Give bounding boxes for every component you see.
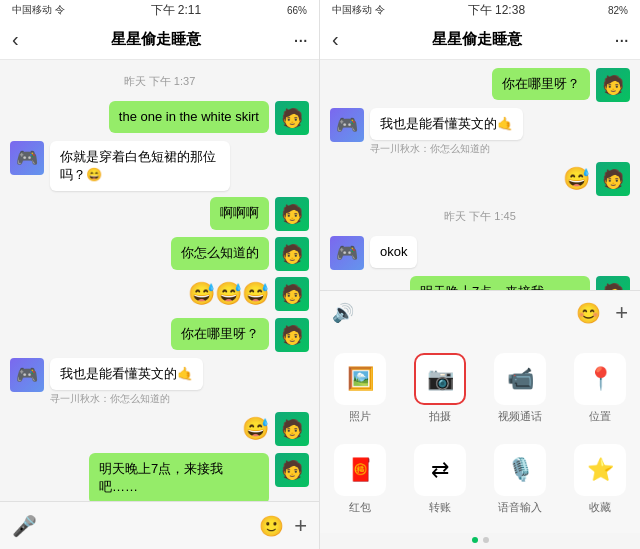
message-row: 🧑 😅 [10,412,309,447]
right-action-bar: 🔊 😊 + [320,290,640,335]
right-panel: 中国移动 令 下午 12:38 82% ‹ 星星偷走睡意 ··· 🧑 你在哪里呀… [320,0,640,549]
shortcut-hongbao-label: 红包 [349,500,371,515]
shortcut-hongbao-icon-box: 🧧 [334,444,386,496]
dot-1 [472,537,478,543]
right-back-button[interactable]: ‹ [332,28,339,51]
message-bubble: 明天晚上7点，来接我吧…… [89,453,269,501]
left-carrier: 中国移动 令 [12,3,65,17]
avatar: 🧑 [275,453,309,487]
message-row: 🧑 😅😅😅 [10,277,309,312]
left-bottom-toolbar: 🎤 🙂 + [0,501,319,549]
avatar: 🧑 [275,412,309,446]
shortcut-camera-icon-box: 📷 [414,353,466,405]
shortcut-photo-label: 照片 [349,409,371,424]
right-battery: 82% [608,5,628,16]
message-bubble: 你在哪里呀？ [492,68,590,100]
right-voice-button[interactable]: 🔊 [332,302,354,324]
message-bubble: 😅 [563,162,590,197]
shortcut-camera-label: 拍摄 [429,409,451,424]
shortcut-video-call-icon-box: 📹 [494,353,546,405]
message-quote: 寻一川秋水：你怎么知道的 [50,392,203,406]
left-back-button[interactable]: ‹ [12,28,19,51]
message-row: 我也是能看懂英文的🤙 寻一川秋水：你怎么知道的 [330,108,630,156]
message-row: 🧑 明天晚上7点，来接我吧…… [330,276,630,290]
shortcut-photo[interactable]: 🖼️ 照片 [320,343,400,434]
voice-button[interactable]: 🎤 [12,514,37,538]
shortcut-location-label: 位置 [589,409,611,424]
shortcut-favorites[interactable]: ⭐ 收藏 [560,434,640,525]
avatar: 🧑 [275,101,309,135]
shortcut-voice-input-label: 语音输入 [498,500,542,515]
avatar: 🧑 [596,276,630,290]
message-row: 🧑 你在哪里呀？ [10,318,309,352]
shortcut-location-icon-box: 📍 [574,353,626,405]
shortcut-voice-input[interactable]: 🎙️ 语音输入 [480,434,560,525]
right-carrier: 中国移动 令 [332,3,385,17]
message-row: 🧑 😅 [330,162,630,197]
action-bar-icons: 😊 + [576,300,628,326]
message-bubble: 啊啊啊 [210,197,269,229]
shortcut-video-call[interactable]: 📹 视频通话 [480,343,560,434]
message-row: 🧑 啊啊啊 [10,197,309,231]
message-bubble: 你在哪里呀？ [171,318,269,350]
avatar [330,236,364,270]
avatar: 🧑 [275,237,309,271]
timestamp-2: 昨天 下午 1:45 [330,209,630,224]
shortcut-transfer-label: 转账 [429,500,451,515]
right-time: 下午 12:38 [468,2,525,19]
right-status-bar: 中国移动 令 下午 12:38 82% [320,0,640,20]
shortcut-location[interactable]: 📍 位置 [560,343,640,434]
left-time: 下午 2:11 [151,2,202,19]
avatar: 🧑 [275,318,309,352]
message-bubble: 😅 [242,412,269,447]
shortcut-voice-input-icon-box: 🎙️ [494,444,546,496]
left-battery: 66% [287,5,307,16]
add-button[interactable]: + [294,513,307,539]
left-chat-title: 星星偷走睡意 [111,30,201,49]
avatar: 🧑 [596,162,630,196]
message-quote: 寻一川秋水：你怎么知道的 [370,142,523,156]
message-row: 你就是穿着白色短裙的那位吗？😄 [10,141,309,191]
shortcut-transfer[interactable]: ⇄ 转账 [400,434,480,525]
message-bubble: 明天晚上7点，来接我吧…… [410,276,590,290]
shortcut-hongbao[interactable]: 🧧 红包 [320,434,400,525]
avatar: 🧑 [275,277,309,311]
left-status-bar: 中国移动 令 下午 2:11 66% [0,0,319,20]
message-row: 🧑 你在哪里呀？ [330,68,630,102]
message-row: 我也是能看懂英文的🤙 寻一川秋水：你怎么知道的 [10,358,309,406]
right-add-button[interactable]: + [615,300,628,326]
avatar: 🧑 [275,197,309,231]
page-dots [320,533,640,549]
right-chat-title: 星星偷走睡意 [432,30,522,49]
dot-2 [483,537,489,543]
shortcut-camera[interactable]: 📷 拍摄 [400,343,480,434]
message-bubble: the one in the white skirt [109,101,269,133]
shortcut-transfer-icon-box: ⇄ [414,444,466,496]
message-bubble: 我也是能看懂英文的🤙 [50,358,203,390]
shortcut-grid: 🖼️ 照片 📷 拍摄 📹 视频通话 📍 位置 🧧 红包 ⇄ 转账 🎙️ 语音输入 [320,335,640,533]
message-bubble: okok [370,236,417,268]
left-nav-bar: ‹ 星星偷走睡意 ··· [0,20,319,60]
right-emoji-button[interactable]: 😊 [576,301,601,325]
shortcut-video-call-label: 视频通话 [498,409,542,424]
message-bubble: 😅😅😅 [188,277,269,312]
left-more-button[interactable]: ··· [293,28,307,51]
avatar: 🧑 [596,68,630,102]
avatar [330,108,364,142]
message-row: 🧑 明天晚上7点，来接我吧…… [10,453,309,501]
right-more-button[interactable]: ··· [614,28,628,51]
emoji-button[interactable]: 🙂 [259,514,284,538]
right-nav-bar: ‹ 星星偷走睡意 ··· [320,20,640,60]
shortcut-photo-icon-box: 🖼️ [334,353,386,405]
message-bubble: 你怎么知道的 [171,237,269,269]
avatar [10,358,44,392]
timestamp-1: 昨天 下午 1:37 [10,74,309,89]
message-bubble: 我也是能看懂英文的🤙 [370,108,523,140]
avatar [10,141,44,175]
left-panel: 中国移动 令 下午 2:11 66% ‹ 星星偷走睡意 ··· 昨天 下午 1:… [0,0,320,549]
left-chat-area: 昨天 下午 1:37 🧑 the one in the white skirt … [0,60,319,501]
shortcut-favorites-icon-box: ⭐ [574,444,626,496]
message-row: okok [330,236,630,270]
message-bubble: 你就是穿着白色短裙的那位吗？😄 [50,141,230,191]
right-chat-area: 🧑 你在哪里呀？ 我也是能看懂英文的🤙 寻一川秋水：你怎么知道的 🧑 😅 昨天 … [320,60,640,290]
